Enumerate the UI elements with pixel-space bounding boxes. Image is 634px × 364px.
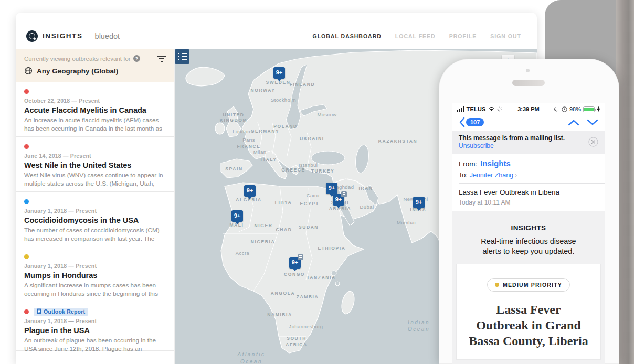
status-dot [24, 89, 29, 94]
outbreak-desc: A significant increase in mumps cases ha… [24, 282, 166, 298]
outbreak-desc: The number of cases of coccidioidomycosi… [24, 227, 166, 243]
outbreak-sidebar: Currently viewing outbreaks relevant for… [16, 49, 175, 364]
nav-global-dashboard[interactable]: GLOBAL DASHBOARD [313, 33, 382, 39]
map-cluster-marker[interactable]: 9+ [413, 197, 425, 208]
recipient-chevron-icon[interactable]: › [515, 171, 517, 179]
bluedot-logo-icon [26, 30, 38, 42]
phone-screen: TELUS 3:39 PM [452, 103, 605, 364]
timer-icon [497, 106, 502, 112]
next-message-chevron-icon[interactable] [587, 119, 598, 126]
marker-report-badge-icon [298, 254, 303, 260]
app-header: INSIGHTS bluedot GLOBAL DASHBOARD LOCAL … [16, 13, 537, 49]
priority-dot [495, 283, 499, 287]
unread-count-pill[interactable]: 107 [466, 118, 484, 126]
prev-message-chevron-icon[interactable] [568, 119, 579, 126]
status-dot [24, 254, 29, 259]
subject-block: Lassa Fever Outbreak in Liberia Today at… [452, 184, 605, 211]
carrier-label: TELUS [467, 106, 486, 112]
banner-text: This message is from a mailing list. [459, 134, 588, 142]
email-subject: Lassa Fever Outbreak in Liberia [459, 188, 598, 196]
outbreak-date: October 22, 2018 — Present [24, 98, 166, 104]
from-label: From: [459, 160, 477, 168]
filter-icon[interactable] [157, 56, 166, 62]
badge-label: Outlook Report [44, 308, 85, 315]
priority-badge: MEDIUM PRIORITY [487, 278, 570, 292]
unsubscribe-link[interactable]: Unsubscribe [459, 142, 588, 149]
geography-value: Any Geography (Global) [37, 67, 118, 75]
outbreak-item[interactable]: June 14, 2018 — Present West Nile in the… [16, 137, 174, 192]
email-tagline: Real-time infectious disease alerts to k… [452, 237, 605, 256]
status-dot [24, 309, 29, 314]
charging-bolt-icon [597, 106, 600, 112]
alert-title: Lassa Fever Outbreak in Grand Bassa Coun… [463, 302, 594, 349]
sidebar-filter-header: Currently viewing outbreaks relevant for… [16, 49, 174, 82]
outbreak-date: January 1, 2018 — Present [24, 208, 166, 214]
email-brand: INSIGHTS [452, 224, 605, 232]
priority-label: MEDIUM PRIORITY [503, 282, 562, 288]
help-icon[interactable]: ? [133, 55, 140, 62]
email-timestamp: Today at 10:11 AM [459, 199, 598, 206]
outbreak-date: January 1, 2018 — Present [24, 263, 166, 269]
brand-name: INSIGHTS [43, 32, 83, 40]
status-dot [24, 144, 29, 149]
outbreak-desc: West Nile virus (WNV) cases continue to … [24, 172, 166, 188]
status-dot [24, 199, 29, 204]
top-nav: GLOBAL DASHBOARD LOCAL FEED PROFILE SIGN… [313, 33, 522, 39]
address-headers: From:Insights To: Jennifer Zhang › [452, 154, 605, 183]
battery-percent: 98% [569, 106, 581, 112]
nav-profile[interactable]: PROFILE [449, 33, 477, 39]
outbreak-desc: An outbreak of plague has been occurring… [24, 337, 166, 353]
dismiss-banner-icon[interactable] [588, 137, 598, 147]
map-cluster-marker[interactable]: 9+ [231, 210, 243, 222]
map-cluster-marker[interactable]: 9+ [244, 185, 256, 197]
outbreak-item[interactable]: Outlook Report January 1, 2018 — Present… [16, 302, 174, 351]
mail-toolbar: 107 [452, 114, 605, 131]
outbreak-desc: An increase in acute flaccid myelitis (A… [24, 116, 166, 133]
outbreak-title: Plague in the USA [24, 326, 166, 335]
status-bar: TELUS 3:39 PM [452, 103, 605, 114]
brand-suffix: bluedot [95, 32, 120, 40]
brand-separator [89, 31, 89, 41]
marker-report-badge-icon [341, 191, 347, 197]
nav-sign-out[interactable]: SIGN OUT [490, 33, 521, 39]
outbreak-item[interactable]: October 22, 2018 — Present Accute Flacci… [16, 82, 174, 137]
outbreak-item[interactable]: January 1, 2018 — Present Coccidioidomyc… [16, 192, 174, 247]
do-not-disturb-moon-icon [554, 106, 559, 112]
map-legend-button[interactable] [175, 49, 189, 64]
outbreak-title: Mumps in Honduras [24, 271, 166, 280]
map-cluster-marker[interactable]: 9+ [326, 183, 337, 194]
wifi-icon [488, 106, 495, 112]
report-doc-icon [37, 308, 41, 314]
outbreak-title: Coccidioidomycosis in the USA [24, 216, 166, 224]
viewing-label: Currently viewing outbreaks relevant for [24, 56, 131, 62]
alert-card: MEDIUM PRIORITY Lassa Fever Outbreak in … [457, 264, 600, 359]
map-cluster-marker[interactable]: 9+ [273, 67, 285, 79]
phone-mockup: TELUS 3:39 PM [439, 59, 619, 364]
cellular-signal-icon [457, 106, 464, 112]
email-body: INSIGHTS Real-time infectious disease al… [452, 211, 605, 364]
outbreak-title: Accute Flaccid Myelitis in Canada [24, 106, 166, 114]
globe-icon [24, 67, 33, 75]
mailing-list-banner: This message is from a mailing list. Uns… [452, 131, 605, 154]
outbreak-date: June 14, 2018 — Present [24, 153, 166, 159]
outbreak-title: West Nile in the United States [24, 161, 166, 169]
geography-selector[interactable]: Any Geography (Global) [24, 67, 166, 75]
outlook-report-badge[interactable]: Outlook Report [34, 308, 88, 316]
outbreak-date: January 1, 2018 — Present [24, 318, 166, 324]
phone-camera-icon [526, 69, 530, 72]
battery-icon [583, 106, 595, 112]
to-label: To: [459, 172, 468, 179]
to-recipient[interactable]: Jennifer Zhang [470, 172, 513, 179]
orientation-lock-icon [562, 106, 567, 112]
map-cluster-marker[interactable]: 9+ [289, 257, 301, 269]
map-cluster-marker[interactable]: 9+ [333, 194, 344, 206]
back-chevron-icon[interactable] [459, 117, 465, 127]
nav-local-feed[interactable]: LOCAL FEED [395, 33, 436, 39]
phone-speaker-icon [512, 80, 545, 86]
from-sender[interactable]: Insights [480, 159, 511, 168]
outbreak-item[interactable]: January 1, 2018 — Present Mumps in Hondu… [16, 247, 174, 302]
